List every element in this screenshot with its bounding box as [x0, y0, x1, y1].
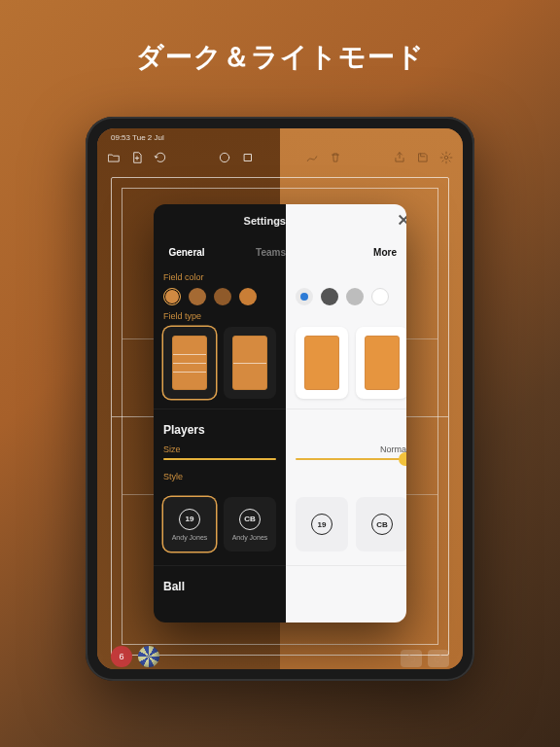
settings-icon[interactable] — [439, 151, 453, 164]
new-doc-icon[interactable] — [130, 151, 144, 164]
size-label: Size — [163, 445, 181, 454]
color-swatch[interactable] — [239, 288, 257, 305]
field-color-swatches-dark — [163, 288, 276, 305]
refresh-icon[interactable] — [154, 151, 167, 164]
folder-icon[interactable] — [107, 151, 121, 164]
tablet-screen: 09:53 Tue 2 Jul 6 — [97, 128, 463, 669]
path-icon[interactable] — [305, 151, 319, 164]
svg-rect-1 — [245, 155, 252, 161]
svg-point-0 — [220, 153, 228, 161]
ball-section-header: Ball — [154, 570, 286, 593]
player-name: Andy Jones — [172, 534, 208, 541]
bottom-player-widgets: 6 — [111, 646, 159, 667]
layers-icon[interactable] — [241, 151, 255, 164]
player-style-option[interactable]: 19 — [296, 497, 348, 551]
hero-title: ダーク＆ライトモード — [0, 39, 560, 76]
color-swatch[interactable] — [296, 288, 313, 305]
tab-general[interactable]: General — [154, 241, 220, 264]
status-time: 09:53 Tue 2 Jul — [111, 133, 164, 142]
field-type-option[interactable] — [296, 327, 348, 399]
player-badge: 19 — [179, 509, 200, 530]
settings-dark-half: Settings General Teams Field color Field… — [154, 204, 286, 622]
ball-token[interactable] — [138, 646, 159, 667]
svg-point-2 — [444, 156, 448, 160]
player-token[interactable]: 6 — [111, 646, 132, 667]
color-swatch[interactable] — [371, 288, 389, 305]
color-swatch[interactable] — [346, 288, 364, 305]
field-type-label: Field type — [163, 311, 276, 321]
player-badge: CB — [371, 514, 393, 535]
color-swatch[interactable] — [321, 288, 338, 305]
field-type-option[interactable] — [163, 327, 216, 399]
field-type-option[interactable] — [356, 327, 406, 399]
settings-panel: Settings General Teams Field color Field… — [154, 204, 406, 622]
field-color-label: Field color — [163, 272, 276, 282]
trash-icon[interactable] — [329, 151, 342, 164]
share-icon[interactable] — [393, 151, 406, 164]
redo-button[interactable] — [428, 650, 449, 667]
player-style-option[interactable]: CB — [356, 497, 406, 551]
close-icon[interactable] — [395, 212, 406, 228]
player-name: Andy Jones — [232, 534, 268, 541]
status-bar: 09:53 Tue 2 Jul — [97, 128, 463, 146]
tab-more[interactable]: More — [352, 241, 406, 264]
size-slider[interactable] — [163, 458, 276, 460]
settings-light-half: . . More . . — [286, 204, 406, 622]
field-color-swatches-light — [296, 288, 406, 305]
size-slider[interactable] — [296, 458, 406, 460]
undo-button[interactable] — [401, 650, 422, 667]
color-swatch[interactable] — [163, 288, 181, 305]
save-icon[interactable] — [416, 151, 430, 164]
settings-title: Settings — [154, 215, 286, 227]
player-badge: CB — [239, 509, 261, 530]
slider-knob[interactable] — [399, 452, 406, 466]
player-badge: 19 — [311, 514, 332, 535]
app-toolbar — [97, 146, 463, 169]
player-style-option[interactable]: CB Andy Jones — [224, 497, 276, 551]
tablet-device-frame: 09:53 Tue 2 Jul 6 — [86, 117, 474, 681]
palette-icon[interactable] — [218, 151, 231, 164]
color-swatch[interactable] — [189, 288, 206, 305]
field-type-option[interactable] — [224, 327, 276, 399]
tab-teams-dark[interactable]: Teams — [220, 241, 286, 264]
color-swatch[interactable] — [214, 288, 231, 305]
players-section-header: Players — [154, 413, 286, 441]
player-style-option[interactable]: 19 Andy Jones — [163, 497, 216, 551]
style-label: Style — [163, 472, 276, 481]
